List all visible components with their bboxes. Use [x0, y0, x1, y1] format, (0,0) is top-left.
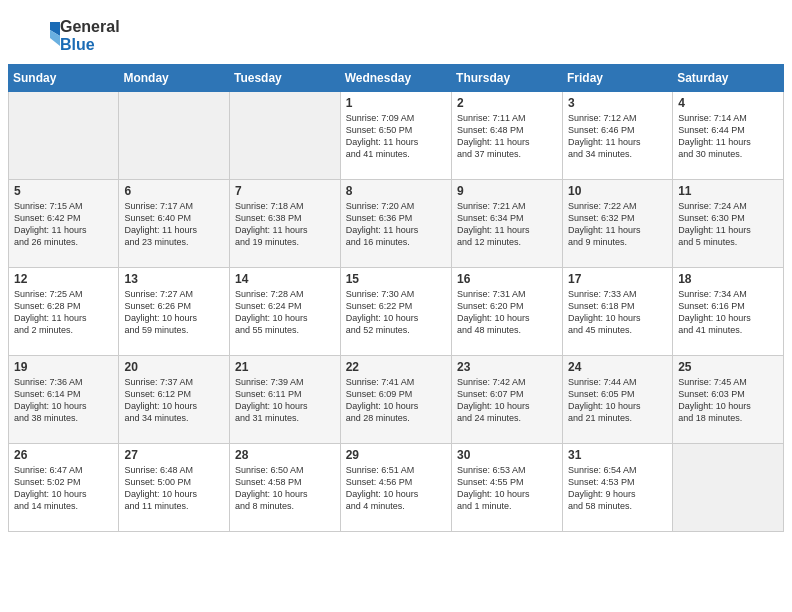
column-header-sunday: Sunday: [9, 65, 119, 92]
day-info: Sunrise: 7:44 AM Sunset: 6:05 PM Dayligh…: [568, 376, 667, 425]
week-row-4: 19Sunrise: 7:36 AM Sunset: 6:14 PM Dayli…: [9, 356, 784, 444]
day-cell: 16Sunrise: 7:31 AM Sunset: 6:20 PM Dayli…: [452, 268, 563, 356]
logo-svg: [24, 18, 60, 54]
day-cell: 23Sunrise: 7:42 AM Sunset: 6:07 PM Dayli…: [452, 356, 563, 444]
day-info: Sunrise: 7:31 AM Sunset: 6:20 PM Dayligh…: [457, 288, 557, 337]
day-number: 30: [457, 448, 557, 462]
calendar-table: SundayMondayTuesdayWednesdayThursdayFrid…: [8, 64, 784, 532]
page-container: GeneralBlue SundayMondayTuesdayWednesday…: [0, 0, 792, 540]
week-row-2: 5Sunrise: 7:15 AM Sunset: 6:42 PM Daylig…: [9, 180, 784, 268]
day-cell: 24Sunrise: 7:44 AM Sunset: 6:05 PM Dayli…: [562, 356, 672, 444]
day-number: 23: [457, 360, 557, 374]
day-info: Sunrise: 7:22 AM Sunset: 6:32 PM Dayligh…: [568, 200, 667, 249]
day-number: 24: [568, 360, 667, 374]
logo-text: GeneralBlue: [60, 18, 120, 53]
day-info: Sunrise: 7:21 AM Sunset: 6:34 PM Dayligh…: [457, 200, 557, 249]
day-info: Sunrise: 7:14 AM Sunset: 6:44 PM Dayligh…: [678, 112, 778, 161]
day-cell: 27Sunrise: 6:48 AM Sunset: 5:00 PM Dayli…: [119, 444, 230, 532]
day-info: Sunrise: 7:45 AM Sunset: 6:03 PM Dayligh…: [678, 376, 778, 425]
day-info: Sunrise: 6:53 AM Sunset: 4:55 PM Dayligh…: [457, 464, 557, 513]
day-info: Sunrise: 7:17 AM Sunset: 6:40 PM Dayligh…: [124, 200, 224, 249]
day-number: 21: [235, 360, 335, 374]
day-info: Sunrise: 7:20 AM Sunset: 6:36 PM Dayligh…: [346, 200, 446, 249]
column-header-friday: Friday: [562, 65, 672, 92]
day-number: 28: [235, 448, 335, 462]
day-cell: 13Sunrise: 7:27 AM Sunset: 6:26 PM Dayli…: [119, 268, 230, 356]
day-cell: 6Sunrise: 7:17 AM Sunset: 6:40 PM Daylig…: [119, 180, 230, 268]
day-info: Sunrise: 6:50 AM Sunset: 4:58 PM Dayligh…: [235, 464, 335, 513]
day-number: 15: [346, 272, 446, 286]
day-info: Sunrise: 7:15 AM Sunset: 6:42 PM Dayligh…: [14, 200, 113, 249]
week-row-3: 12Sunrise: 7:25 AM Sunset: 6:28 PM Dayli…: [9, 268, 784, 356]
day-cell: 21Sunrise: 7:39 AM Sunset: 6:11 PM Dayli…: [230, 356, 341, 444]
day-cell: 20Sunrise: 7:37 AM Sunset: 6:12 PM Dayli…: [119, 356, 230, 444]
day-cell: 18Sunrise: 7:34 AM Sunset: 6:16 PM Dayli…: [673, 268, 784, 356]
day-cell: 19Sunrise: 7:36 AM Sunset: 6:14 PM Dayli…: [9, 356, 119, 444]
day-number: 20: [124, 360, 224, 374]
day-cell: 10Sunrise: 7:22 AM Sunset: 6:32 PM Dayli…: [562, 180, 672, 268]
day-cell: [230, 92, 341, 180]
day-cell: 12Sunrise: 7:25 AM Sunset: 6:28 PM Dayli…: [9, 268, 119, 356]
day-cell: [9, 92, 119, 180]
day-info: Sunrise: 6:47 AM Sunset: 5:02 PM Dayligh…: [14, 464, 113, 513]
day-cell: 22Sunrise: 7:41 AM Sunset: 6:09 PM Dayli…: [340, 356, 451, 444]
day-info: Sunrise: 7:12 AM Sunset: 6:46 PM Dayligh…: [568, 112, 667, 161]
day-cell: 11Sunrise: 7:24 AM Sunset: 6:30 PM Dayli…: [673, 180, 784, 268]
day-number: 27: [124, 448, 224, 462]
day-cell: 1Sunrise: 7:09 AM Sunset: 6:50 PM Daylig…: [340, 92, 451, 180]
day-cell: 15Sunrise: 7:30 AM Sunset: 6:22 PM Dayli…: [340, 268, 451, 356]
day-number: 19: [14, 360, 113, 374]
day-cell: 4Sunrise: 7:14 AM Sunset: 6:44 PM Daylig…: [673, 92, 784, 180]
day-cell: 9Sunrise: 7:21 AM Sunset: 6:34 PM Daylig…: [452, 180, 563, 268]
day-number: 29: [346, 448, 446, 462]
day-info: Sunrise: 6:51 AM Sunset: 4:56 PM Dayligh…: [346, 464, 446, 513]
day-info: Sunrise: 7:28 AM Sunset: 6:24 PM Dayligh…: [235, 288, 335, 337]
day-info: Sunrise: 7:34 AM Sunset: 6:16 PM Dayligh…: [678, 288, 778, 337]
day-number: 8: [346, 184, 446, 198]
column-header-tuesday: Tuesday: [230, 65, 341, 92]
logo-blue: Blue: [60, 36, 120, 54]
day-cell: 2Sunrise: 7:11 AM Sunset: 6:48 PM Daylig…: [452, 92, 563, 180]
day-info: Sunrise: 7:30 AM Sunset: 6:22 PM Dayligh…: [346, 288, 446, 337]
day-cell: [673, 444, 784, 532]
day-number: 16: [457, 272, 557, 286]
day-info: Sunrise: 7:24 AM Sunset: 6:30 PM Dayligh…: [678, 200, 778, 249]
header: GeneralBlue: [0, 0, 792, 64]
week-row-1: 1Sunrise: 7:09 AM Sunset: 6:50 PM Daylig…: [9, 92, 784, 180]
calendar-header: SundayMondayTuesdayWednesdayThursdayFrid…: [9, 65, 784, 92]
day-cell: 17Sunrise: 7:33 AM Sunset: 6:18 PM Dayli…: [562, 268, 672, 356]
day-number: 31: [568, 448, 667, 462]
day-info: Sunrise: 7:36 AM Sunset: 6:14 PM Dayligh…: [14, 376, 113, 425]
day-cell: 25Sunrise: 7:45 AM Sunset: 6:03 PM Dayli…: [673, 356, 784, 444]
day-number: 6: [124, 184, 224, 198]
day-number: 7: [235, 184, 335, 198]
day-info: Sunrise: 6:54 AM Sunset: 4:53 PM Dayligh…: [568, 464, 667, 513]
day-number: 11: [678, 184, 778, 198]
day-cell: 30Sunrise: 6:53 AM Sunset: 4:55 PM Dayli…: [452, 444, 563, 532]
day-number: 9: [457, 184, 557, 198]
day-cell: 29Sunrise: 6:51 AM Sunset: 4:56 PM Dayli…: [340, 444, 451, 532]
calendar-body: 1Sunrise: 7:09 AM Sunset: 6:50 PM Daylig…: [9, 92, 784, 532]
week-row-5: 26Sunrise: 6:47 AM Sunset: 5:02 PM Dayli…: [9, 444, 784, 532]
day-info: Sunrise: 6:48 AM Sunset: 5:00 PM Dayligh…: [124, 464, 224, 513]
calendar-wrapper: SundayMondayTuesdayWednesdayThursdayFrid…: [0, 64, 792, 540]
day-info: Sunrise: 7:09 AM Sunset: 6:50 PM Dayligh…: [346, 112, 446, 161]
day-number: 22: [346, 360, 446, 374]
day-number: 14: [235, 272, 335, 286]
day-cell: 7Sunrise: 7:18 AM Sunset: 6:38 PM Daylig…: [230, 180, 341, 268]
column-header-thursday: Thursday: [452, 65, 563, 92]
day-info: Sunrise: 7:42 AM Sunset: 6:07 PM Dayligh…: [457, 376, 557, 425]
day-cell: [119, 92, 230, 180]
day-number: 26: [14, 448, 113, 462]
day-cell: 14Sunrise: 7:28 AM Sunset: 6:24 PM Dayli…: [230, 268, 341, 356]
day-number: 4: [678, 96, 778, 110]
column-header-wednesday: Wednesday: [340, 65, 451, 92]
day-number: 5: [14, 184, 113, 198]
logo: GeneralBlue: [24, 18, 120, 54]
day-number: 1: [346, 96, 446, 110]
day-info: Sunrise: 7:37 AM Sunset: 6:12 PM Dayligh…: [124, 376, 224, 425]
day-number: 10: [568, 184, 667, 198]
day-cell: 31Sunrise: 6:54 AM Sunset: 4:53 PM Dayli…: [562, 444, 672, 532]
day-cell: 3Sunrise: 7:12 AM Sunset: 6:46 PM Daylig…: [562, 92, 672, 180]
day-cell: 5Sunrise: 7:15 AM Sunset: 6:42 PM Daylig…: [9, 180, 119, 268]
